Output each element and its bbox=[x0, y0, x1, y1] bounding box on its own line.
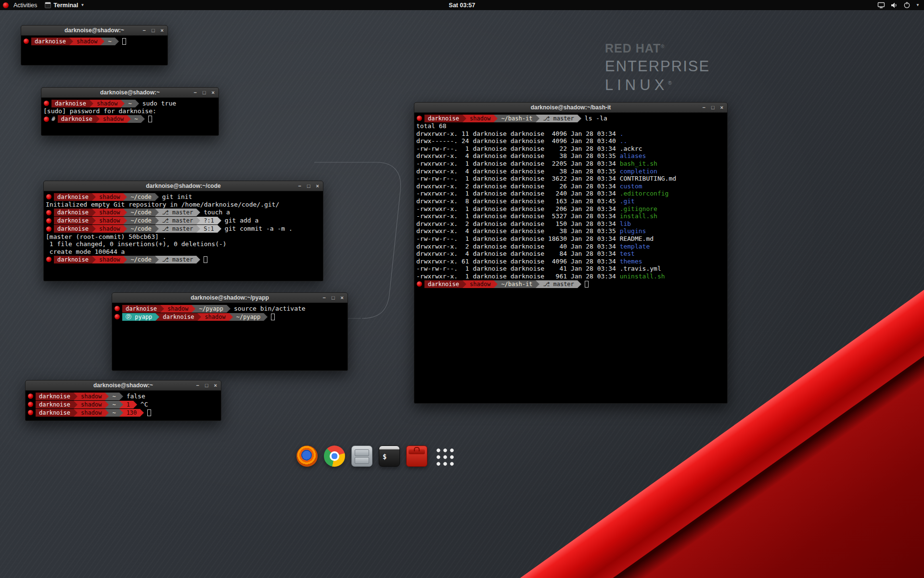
prompt-segment-user: darknoise bbox=[54, 217, 92, 224]
minimize-button[interactable]: − bbox=[196, 383, 199, 388]
window-titlebar[interactable]: darknoise@shadow:~/bash-it−□× bbox=[414, 103, 727, 113]
minimize-button[interactable]: − bbox=[322, 295, 325, 301]
terminal-prompt-line: darknoiseshadow~/bash-it⎇ master bbox=[416, 280, 725, 288]
window-controls: −□× bbox=[702, 103, 723, 113]
prompt-segment-host: shadow bbox=[96, 209, 123, 216]
terminal-cursor bbox=[271, 314, 275, 320]
window-titlebar[interactable]: darknoise@shadow:~−□× bbox=[41, 88, 218, 98]
window-titlebar[interactable]: darknoise@shadow:~/pyapp−□× bbox=[112, 293, 347, 303]
prompt-segment-host: shadow bbox=[96, 217, 123, 224]
minimize-button[interactable]: − bbox=[298, 184, 301, 189]
prompt-segment-path: ~/code bbox=[127, 209, 154, 216]
powerline-arrow-shape bbox=[218, 217, 221, 224]
close-button[interactable]: × bbox=[341, 295, 344, 301]
powerline-arrow-shape bbox=[123, 225, 127, 233]
prompt-segment-path: ~ bbox=[104, 38, 115, 45]
window-titlebar[interactable]: darknoise@shadow:~/code−□× bbox=[44, 181, 323, 191]
command-text: ls -la bbox=[585, 115, 607, 122]
close-button[interactable]: × bbox=[212, 90, 215, 95]
file-name: themes bbox=[620, 258, 642, 265]
powerline-arrow-shape bbox=[196, 225, 200, 233]
apps-grid-icon[interactable] bbox=[434, 446, 455, 467]
toolbox-icon[interactable] bbox=[406, 446, 427, 467]
maximize-button[interactable]: □ bbox=[205, 383, 208, 388]
powerline-arrow-shape bbox=[155, 225, 159, 233]
prompt-segment-venv: ⓟ pyapp bbox=[122, 313, 155, 321]
prompt-segment-git: ⎇ master bbox=[159, 256, 196, 263]
maximize-button[interactable]: □ bbox=[152, 28, 155, 33]
powerline-arrow-icon bbox=[140, 409, 144, 417]
prompt-segment-path: ~/code bbox=[127, 256, 154, 263]
terminal-content[interactable]: darknoiseshadow~ bbox=[21, 36, 167, 47]
ls-meta-text: -rw-rw-r--. 1 darknoise darknoise 3622 J… bbox=[416, 175, 620, 182]
firefox-icon[interactable] bbox=[296, 446, 318, 467]
powerline-arrow-icon bbox=[536, 115, 539, 122]
activities-button[interactable]: Activities bbox=[12, 2, 39, 9]
powerline-arrow-icon bbox=[462, 115, 466, 122]
prompt-segment-path: ~ bbox=[125, 100, 135, 107]
powerline-arrow-shape bbox=[123, 209, 127, 216]
file-name: CONTRIBUTING.md bbox=[620, 175, 676, 182]
command-text: ^C bbox=[141, 401, 148, 408]
prompt-segment-user: darknoise bbox=[36, 409, 74, 417]
close-button[interactable]: × bbox=[720, 105, 723, 110]
window-titlebar[interactable]: darknoise@shadow:~−□× bbox=[26, 381, 221, 391]
terminal-prompt-line: darknoiseshadow~ bbox=[23, 37, 166, 45]
powerline-arrow-icon bbox=[119, 393, 123, 400]
focused-app-menu[interactable]: Terminal ▼ bbox=[42, 2, 87, 9]
powerline-arrow-icon bbox=[196, 256, 200, 263]
terminal-content[interactable]: darknoiseshadow~/pyappsource bin/activat… bbox=[112, 303, 347, 322]
chrome-icon[interactable] bbox=[324, 446, 345, 467]
terminal-content[interactable]: darknoiseshadow~/codegit initInitialized… bbox=[44, 191, 323, 265]
powerline-arrow-icon bbox=[197, 313, 201, 321]
prompt-segment-user: darknoise bbox=[54, 256, 92, 263]
close-button[interactable]: × bbox=[316, 184, 319, 189]
prompt-segment-host: shadow bbox=[77, 393, 105, 400]
file-list-row: drwxrwxr-x. 11 darknoise darknoise 4096 … bbox=[416, 130, 725, 138]
ls-meta-text: drwxrwxr-x. 4 darknoise darknoise 38 Jan… bbox=[416, 152, 620, 159]
window-titlebar[interactable]: darknoise@shadow:~−□× bbox=[21, 26, 167, 36]
minimize-button[interactable]: − bbox=[142, 28, 145, 33]
powerline-arrow-icon bbox=[105, 409, 109, 417]
powerline-arrow-shape bbox=[115, 38, 119, 45]
minimize-button[interactable]: − bbox=[193, 90, 196, 95]
powerline-arrow-shape bbox=[155, 193, 159, 201]
powerline-arrow-shape bbox=[155, 313, 159, 321]
prompt-segment-git: ⎇ master bbox=[159, 209, 196, 216]
maximize-button[interactable]: □ bbox=[711, 105, 715, 110]
files-icon[interactable] bbox=[351, 446, 372, 467]
minimize-button[interactable]: − bbox=[702, 105, 705, 110]
powerline-arrow-icon bbox=[105, 401, 109, 408]
file-name: completion bbox=[620, 168, 657, 175]
redhat-menu-icon[interactable] bbox=[3, 2, 9, 8]
prompt-segment-host: shadow bbox=[164, 305, 192, 313]
file-list-row: drwxrwxr-x. 2 darknoise darknoise 40 Jan… bbox=[416, 243, 725, 250]
powerline-arrow-shape bbox=[196, 256, 200, 263]
powerline-arrow-shape bbox=[123, 217, 127, 224]
powerline-arrow-shape bbox=[123, 256, 127, 263]
ls-meta-text: drwxrwxr-x. 2 darknoise darknoise 40 Jan… bbox=[416, 243, 620, 250]
terminal-icon[interactable]: $ bbox=[379, 446, 400, 467]
redhat-prompt-icon bbox=[44, 117, 49, 122]
maximize-button[interactable]: □ bbox=[332, 295, 335, 301]
ls-meta-text: -rwxrwxr-x. 1 darknoise darknoise 2205 J… bbox=[416, 160, 620, 167]
powerline-arrow-icon bbox=[92, 225, 96, 233]
close-button[interactable]: × bbox=[214, 383, 217, 388]
close-button[interactable]: × bbox=[161, 28, 164, 33]
powerline-arrow-icon bbox=[196, 209, 200, 216]
powerline-arrow-shape bbox=[127, 115, 131, 123]
maximize-button[interactable]: □ bbox=[203, 90, 206, 95]
maximize-button[interactable]: □ bbox=[307, 184, 310, 189]
terminal-content[interactable]: darknoiseshadow~/bash-it⎇ masterls -lato… bbox=[414, 113, 727, 289]
ls-meta-text: drwxrwxr-x. 2 darknoise darknoise 150 Ja… bbox=[416, 220, 620, 227]
redhat-prompt-icon bbox=[46, 218, 51, 223]
terminal-content[interactable]: darknoiseshadow~falsedarknoiseshadow~1^C… bbox=[26, 391, 221, 418]
terminal-window: darknoise@shadow:~/bash-it−□×darknoisesh… bbox=[414, 102, 728, 404]
focused-app-label: Terminal bbox=[53, 2, 78, 9]
terminal-content[interactable]: darknoiseshadow~sudo true[sudo] password… bbox=[41, 98, 218, 125]
system-tray[interactable]: ▼ bbox=[877, 1, 924, 9]
top-bar: Activities Terminal ▼ Sat 03:57 ▼ bbox=[0, 0, 924, 10]
clock[interactable]: Sat 03:57 bbox=[449, 2, 475, 9]
powerline-arrow-icon bbox=[90, 100, 93, 107]
prompt-segment-git: ⎇ master bbox=[539, 280, 577, 288]
